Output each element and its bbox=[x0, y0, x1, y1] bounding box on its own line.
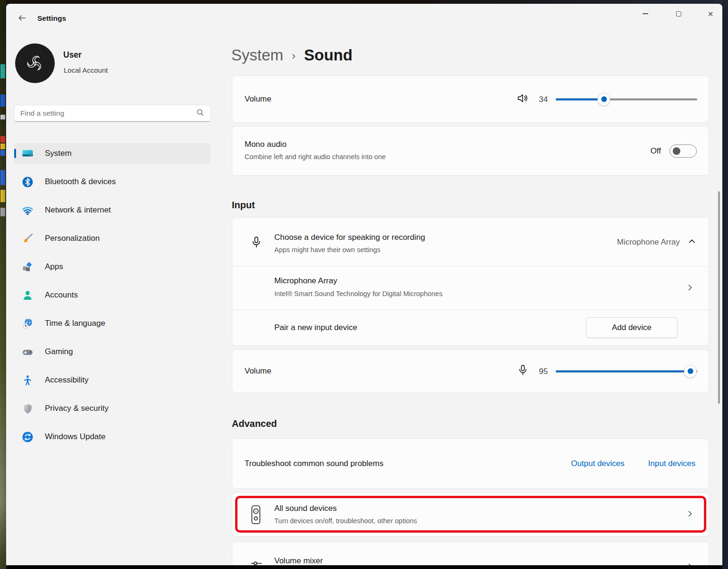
choose-input-device-row[interactable]: Choose a device for speaking or recordin… bbox=[232, 218, 709, 266]
mono-audio-title: Mono audio bbox=[245, 140, 386, 149]
sidebar-item-gaming[interactable]: Gaming bbox=[14, 341, 211, 362]
system-icon bbox=[22, 148, 34, 160]
desktop-icon-chip bbox=[0, 190, 5, 202]
speaker-icon[interactable] bbox=[516, 92, 529, 107]
slider-thumb[interactable] bbox=[598, 93, 610, 106]
sidebar-item-label: Gaming bbox=[45, 347, 73, 357]
apps-icon bbox=[22, 261, 34, 273]
desktop-icon-chip bbox=[0, 150, 5, 156]
mono-audio-toggle[interactable] bbox=[669, 144, 697, 158]
breadcrumb-parent[interactable]: System bbox=[231, 46, 283, 64]
back-arrow-icon bbox=[17, 13, 27, 25]
desktop-icon-chip bbox=[0, 115, 5, 119]
microphone-array-row[interactable]: Microphone Array Intel® Smart Sound Tech… bbox=[232, 266, 709, 310]
desktop-icon-chip bbox=[0, 64, 5, 78]
add-device-button[interactable]: Add device bbox=[586, 317, 677, 338]
troubleshoot-label: Troubleshoot common sound problems bbox=[245, 459, 383, 468]
input-section-header: Input bbox=[232, 200, 255, 211]
accessibility-icon bbox=[22, 374, 34, 386]
maximize-button[interactable] bbox=[668, 6, 689, 22]
sidebar-item-label: System bbox=[45, 149, 72, 158]
avatar bbox=[15, 43, 55, 83]
vertical-scrollbar[interactable] bbox=[718, 191, 720, 404]
sidebar-item-accessibility[interactable]: Accessibility bbox=[14, 370, 211, 391]
bluetooth-icon bbox=[22, 176, 34, 188]
settings-window: Settings ✕ User Local Account System bbox=[6, 4, 722, 565]
close-icon: ✕ bbox=[708, 10, 714, 17]
microphone-icon[interactable] bbox=[516, 364, 529, 379]
mono-audio-subtitle: Combine left and right audio channels in… bbox=[245, 153, 386, 161]
maximize-icon bbox=[676, 11, 681, 17]
volume-mixer-row[interactable]: Volume mixer bbox=[232, 542, 709, 565]
minimize-button[interactable] bbox=[635, 6, 656, 22]
slider-thumb[interactable] bbox=[684, 365, 697, 378]
pair-input-device-label: Pair a new input device bbox=[274, 323, 357, 332]
mono-audio-row: Mono audio Combine left and right audio … bbox=[232, 126, 709, 176]
output-volume-controls: 34 bbox=[516, 92, 697, 107]
sidebar-item-label: Network & internet bbox=[45, 205, 111, 215]
minimize-icon bbox=[643, 13, 648, 14]
microphone-array-name: Microphone Array bbox=[274, 276, 442, 286]
gaming-icon bbox=[22, 346, 34, 358]
sidebar-item-time-language[interactable]: Time & language bbox=[14, 313, 211, 334]
desktop-edge-top bbox=[0, 0, 728, 4]
mono-audio-text: Mono audio Combine left and right audio … bbox=[245, 140, 386, 161]
desktop-edge-left bbox=[0, 0, 6, 569]
highlight-annotation-box bbox=[235, 496, 706, 533]
input-volume-slider[interactable] bbox=[556, 364, 697, 378]
troubleshoot-row: Troubleshoot common sound problems Outpu… bbox=[232, 438, 709, 489]
accounts-icon bbox=[22, 289, 34, 301]
page-title: Sound bbox=[304, 46, 353, 64]
output-volume-value: 34 bbox=[535, 94, 551, 104]
personalization-icon bbox=[22, 233, 34, 245]
volume-mixer-title: Volume mixer bbox=[274, 556, 323, 565]
sidebar-item-personalization[interactable]: Personalization bbox=[14, 228, 211, 249]
sidebar-item-label: Privacy & security bbox=[45, 404, 109, 413]
sidebar-item-label: Time & language bbox=[45, 319, 105, 328]
sidebar-item-network-internet[interactable]: Network & internet bbox=[14, 200, 211, 221]
input-volume-row: Volume 95 bbox=[232, 349, 709, 393]
sidebar-item-label: Apps bbox=[45, 262, 63, 272]
back-button[interactable] bbox=[15, 11, 30, 26]
input-device-dropdown[interactable]: Microphone Array bbox=[617, 237, 696, 247]
chevron-right-icon bbox=[686, 562, 694, 565]
slider-fill bbox=[556, 370, 690, 373]
sidebar-item-label: Accounts bbox=[45, 290, 78, 300]
search-box[interactable] bbox=[14, 105, 211, 122]
sidebar-item-system[interactable]: System bbox=[14, 143, 211, 164]
user-name: User bbox=[63, 50, 82, 60]
output-devices-link[interactable]: Output devices bbox=[571, 459, 624, 468]
sidebar-item-windows-update[interactable]: Windows Update bbox=[14, 426, 211, 447]
advanced-section-header: Advanced bbox=[232, 418, 277, 429]
sidebar-item-privacy-security[interactable]: Privacy & security bbox=[14, 398, 211, 419]
desktop-icon-chip bbox=[0, 208, 5, 216]
input-device-group: Choose a device for speaking or recordin… bbox=[232, 217, 709, 346]
sidebar-item-apps[interactable]: Apps bbox=[14, 256, 211, 277]
output-volume-slider[interactable] bbox=[556, 92, 697, 106]
desktop-icon-chip bbox=[0, 94, 5, 107]
troubleshoot-links: Output devices Input devices bbox=[571, 459, 695, 468]
desktop-icon-chip bbox=[0, 144, 5, 149]
sidebar-nav: System Bluetooth & devices Network & int… bbox=[14, 143, 211, 455]
microphone-array-description: Intel® Smart Sound Technology for Digita… bbox=[274, 290, 442, 297]
sidebar-item-accounts[interactable]: Accounts bbox=[14, 285, 211, 306]
network-icon bbox=[22, 204, 34, 216]
microphone-icon bbox=[250, 236, 263, 251]
input-volume-controls: 95 bbox=[516, 364, 697, 379]
search-input[interactable] bbox=[20, 109, 196, 118]
selected-indicator bbox=[14, 149, 16, 158]
toggle-state-label: Off bbox=[651, 146, 661, 156]
selected-input-device: Microphone Array bbox=[617, 238, 680, 247]
search-icon bbox=[196, 108, 204, 119]
breadcrumb-separator-icon: › bbox=[292, 48, 296, 62]
mixer-icon bbox=[250, 559, 263, 565]
chevron-right-icon bbox=[686, 283, 694, 294]
desktop-edge-bottom bbox=[6, 565, 722, 569]
output-volume-label: Volume bbox=[245, 94, 271, 104]
sidebar-item-label: Bluetooth & devices bbox=[45, 177, 116, 187]
pair-input-device-row: Pair a new input device Add device bbox=[232, 310, 709, 345]
sidebar-item-bluetooth-devices[interactable]: Bluetooth & devices bbox=[14, 171, 211, 192]
input-devices-link[interactable]: Input devices bbox=[648, 459, 695, 468]
input-volume-label: Volume bbox=[245, 366, 271, 376]
close-button[interactable]: ✕ bbox=[700, 6, 721, 22]
